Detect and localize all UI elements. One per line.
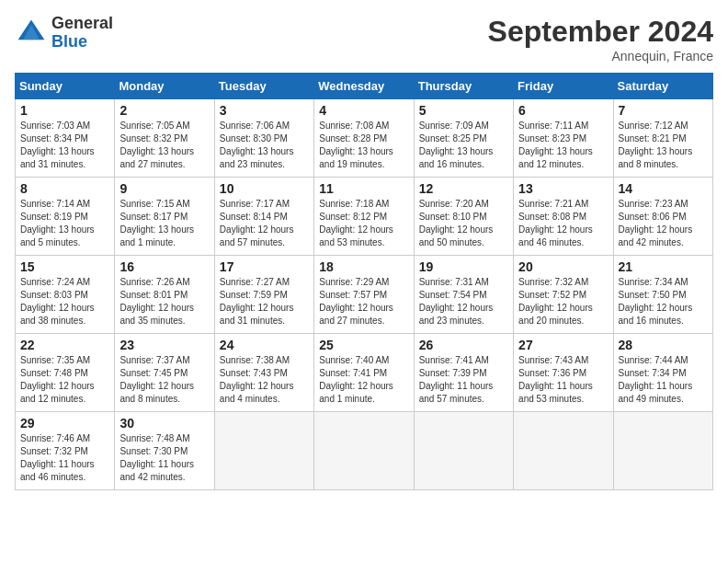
day-number: 5	[419, 103, 508, 118]
table-row: 17Sunrise: 7:27 AMSunset: 7:59 PMDayligh…	[214, 256, 313, 334]
col-friday: Friday	[514, 74, 613, 99]
table-row: 18Sunrise: 7:29 AMSunset: 7:57 PMDayligh…	[314, 256, 414, 334]
day-info: Sunrise: 7:38 AMSunset: 7:43 PMDaylight:…	[220, 354, 309, 406]
day-number: 6	[518, 103, 608, 118]
logo-text: General Blue	[51, 15, 113, 52]
table-row: 16Sunrise: 7:26 AMSunset: 8:01 PMDayligh…	[115, 256, 214, 334]
logo-blue: Blue	[51, 33, 113, 52]
day-info: Sunrise: 7:35 AMSunset: 7:48 PMDaylight:…	[20, 354, 109, 406]
logo-general: General	[51, 15, 113, 33]
table-row: 2Sunrise: 7:05 AMSunset: 8:32 PMDaylight…	[115, 99, 214, 178]
day-number: 17	[220, 259, 309, 274]
col-sunday: Sunday	[16, 74, 115, 99]
table-row: 10Sunrise: 7:17 AMSunset: 8:14 PMDayligh…	[214, 178, 313, 256]
table-row: 26Sunrise: 7:41 AMSunset: 7:39 PMDayligh…	[414, 334, 513, 412]
table-row: 15Sunrise: 7:24 AMSunset: 8:03 PMDayligh…	[16, 256, 115, 334]
day-number: 11	[319, 181, 408, 196]
day-info: Sunrise: 7:32 AMSunset: 7:52 PMDaylight:…	[518, 276, 608, 327]
table-row	[514, 412, 613, 490]
day-info: Sunrise: 7:11 AMSunset: 8:23 PMDaylight:…	[518, 120, 608, 171]
day-info: Sunrise: 7:41 AMSunset: 7:39 PMDaylight:…	[419, 354, 508, 406]
day-info: Sunrise: 7:31 AMSunset: 7:54 PMDaylight:…	[419, 276, 508, 327]
day-number: 10	[220, 181, 309, 196]
day-info: Sunrise: 7:18 AMSunset: 8:12 PMDaylight:…	[319, 198, 408, 249]
table-row: 27Sunrise: 7:43 AMSunset: 7:36 PMDayligh…	[514, 334, 613, 412]
table-row: 21Sunrise: 7:34 AMSunset: 7:50 PMDayligh…	[613, 256, 712, 334]
col-tuesday: Tuesday	[214, 74, 313, 99]
table-row: 1Sunrise: 7:03 AMSunset: 8:34 PMDaylight…	[16, 99, 115, 178]
day-number: 1	[20, 103, 109, 118]
calendar-week-row: 29Sunrise: 7:46 AMSunset: 7:32 PMDayligh…	[16, 412, 713, 490]
table-row: 3Sunrise: 7:06 AMSunset: 8:30 PMDaylight…	[214, 99, 313, 178]
day-number: 15	[20, 259, 109, 274]
day-number: 29	[20, 416, 109, 431]
day-info: Sunrise: 7:09 AMSunset: 8:25 PMDaylight:…	[419, 120, 508, 171]
table-row: 13Sunrise: 7:21 AMSunset: 8:08 PMDayligh…	[514, 178, 613, 256]
day-number: 28	[619, 338, 708, 352]
day-number: 30	[119, 416, 209, 431]
day-info: Sunrise: 7:40 AMSunset: 7:41 PMDaylight:…	[319, 354, 408, 406]
logo-icon	[15, 17, 48, 50]
table-row: 6Sunrise: 7:11 AMSunset: 8:23 PMDaylight…	[514, 99, 613, 178]
table-row: 28Sunrise: 7:44 AMSunset: 7:34 PMDayligh…	[613, 334, 712, 412]
day-info: Sunrise: 7:43 AMSunset: 7:36 PMDaylight:…	[518, 354, 608, 406]
table-row: 19Sunrise: 7:31 AMSunset: 7:54 PMDayligh…	[414, 256, 513, 334]
day-info: Sunrise: 7:37 AMSunset: 7:45 PMDaylight:…	[119, 354, 209, 406]
day-info: Sunrise: 7:24 AMSunset: 8:03 PMDaylight:…	[20, 276, 109, 327]
table-row	[314, 412, 414, 490]
calendar-header-row: Sunday Monday Tuesday Wednesday Thursday…	[16, 74, 713, 99]
table-row: 14Sunrise: 7:23 AMSunset: 8:06 PMDayligh…	[613, 178, 712, 256]
day-info: Sunrise: 7:26 AMSunset: 8:01 PMDaylight:…	[119, 276, 209, 327]
table-row: 20Sunrise: 7:32 AMSunset: 7:52 PMDayligh…	[514, 256, 613, 334]
day-number: 8	[20, 181, 109, 196]
day-number: 13	[518, 181, 608, 196]
col-monday: Monday	[115, 74, 214, 99]
col-thursday: Thursday	[414, 74, 513, 99]
title-section: September 2024 Annequin, France	[488, 15, 713, 63]
day-info: Sunrise: 7:05 AMSunset: 8:32 PMDaylight:…	[119, 120, 209, 171]
calendar-week-row: 22Sunrise: 7:35 AMSunset: 7:48 PMDayligh…	[16, 334, 713, 412]
table-row: 30Sunrise: 7:48 AMSunset: 7:30 PMDayligh…	[115, 412, 214, 490]
table-row: 8Sunrise: 7:14 AMSunset: 8:19 PMDaylight…	[16, 178, 115, 256]
day-info: Sunrise: 7:44 AMSunset: 7:34 PMDaylight:…	[619, 354, 708, 406]
day-number: 27	[518, 338, 608, 352]
day-info: Sunrise: 7:06 AMSunset: 8:30 PMDaylight:…	[220, 120, 309, 171]
location: Annequin, France	[488, 49, 713, 63]
day-info: Sunrise: 7:23 AMSunset: 8:06 PMDaylight:…	[619, 198, 708, 249]
table-row	[613, 412, 712, 490]
day-info: Sunrise: 7:20 AMSunset: 8:10 PMDaylight:…	[419, 198, 508, 249]
table-row	[214, 412, 313, 490]
day-number: 12	[419, 181, 508, 196]
day-number: 7	[619, 103, 708, 118]
day-number: 9	[119, 181, 209, 196]
col-saturday: Saturday	[613, 74, 712, 99]
day-info: Sunrise: 7:29 AMSunset: 7:57 PMDaylight:…	[319, 276, 408, 327]
day-number: 25	[319, 338, 408, 352]
day-number: 26	[419, 338, 508, 352]
calendar-week-row: 15Sunrise: 7:24 AMSunset: 8:03 PMDayligh…	[16, 256, 713, 334]
table-row: 9Sunrise: 7:15 AMSunset: 8:17 PMDaylight…	[115, 178, 214, 256]
day-info: Sunrise: 7:21 AMSunset: 8:08 PMDaylight:…	[518, 198, 608, 249]
day-number: 18	[319, 259, 408, 274]
month-title: September 2024	[488, 15, 713, 49]
table-row: 5Sunrise: 7:09 AMSunset: 8:25 PMDaylight…	[414, 99, 513, 178]
table-row: 7Sunrise: 7:12 AMSunset: 8:21 PMDaylight…	[613, 99, 712, 178]
day-info: Sunrise: 7:34 AMSunset: 7:50 PMDaylight:…	[619, 276, 708, 327]
day-info: Sunrise: 7:03 AMSunset: 8:34 PMDaylight:…	[20, 120, 109, 171]
table-row: 24Sunrise: 7:38 AMSunset: 7:43 PMDayligh…	[214, 334, 313, 412]
day-info: Sunrise: 7:08 AMSunset: 8:28 PMDaylight:…	[319, 120, 408, 171]
day-number: 21	[619, 259, 708, 274]
calendar-table: Sunday Monday Tuesday Wednesday Thursday…	[15, 73, 713, 490]
day-info: Sunrise: 7:12 AMSunset: 8:21 PMDaylight:…	[619, 120, 708, 171]
page-header: General Blue September 2024 Annequin, Fr…	[15, 15, 713, 63]
table-row	[414, 412, 513, 490]
calendar-week-row: 8Sunrise: 7:14 AMSunset: 8:19 PMDaylight…	[16, 178, 713, 256]
day-number: 16	[119, 259, 209, 274]
col-wednesday: Wednesday	[314, 74, 414, 99]
day-info: Sunrise: 7:46 AMSunset: 7:32 PMDaylight:…	[20, 432, 109, 484]
day-info: Sunrise: 7:27 AMSunset: 7:59 PMDaylight:…	[220, 276, 309, 327]
day-number: 23	[119, 338, 209, 352]
day-number: 3	[220, 103, 309, 118]
calendar-week-row: 1Sunrise: 7:03 AMSunset: 8:34 PMDaylight…	[16, 99, 713, 178]
day-info: Sunrise: 7:15 AMSunset: 8:17 PMDaylight:…	[119, 198, 209, 249]
